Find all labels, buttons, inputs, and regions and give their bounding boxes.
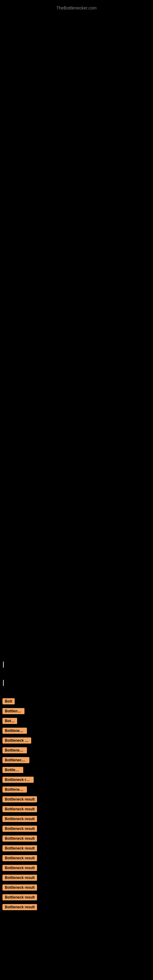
results-container: BottBottleneckBottleBottleneck rBottlene… bbox=[0, 698, 153, 914]
list-item: Bottleneck re bbox=[0, 757, 153, 764]
list-item: Bottleneck result bbox=[0, 904, 153, 912]
list-item: Bottleneck result bbox=[0, 835, 153, 843]
list-item: Bottlenec bbox=[0, 767, 153, 774]
list-item: Bottleneck r bbox=[0, 786, 153, 794]
list-item: Bottleneck resu bbox=[0, 776, 153, 784]
result-badge[interactable]: Bottleneck result bbox=[2, 826, 37, 832]
list-item: Bott bbox=[0, 698, 153, 706]
cursor-line-2 bbox=[3, 680, 4, 686]
result-badge[interactable]: Bott bbox=[2, 698, 15, 705]
list-item: Bottleneck result bbox=[0, 816, 153, 823]
list-item: Bottleneck result bbox=[0, 885, 153, 892]
site-title: TheBottlenecker.com bbox=[0, 2, 153, 13]
result-badge[interactable]: Bottleneck r bbox=[2, 747, 27, 753]
result-badge[interactable]: Bottleneck result bbox=[2, 885, 37, 891]
list-item: Bottleneck r bbox=[0, 728, 153, 735]
result-badge[interactable]: Bottleneck result bbox=[2, 855, 37, 861]
result-badge[interactable]: Bottle bbox=[2, 718, 17, 724]
result-badge[interactable]: Bottleneck resu bbox=[2, 776, 33, 783]
list-item: Bottleneck result bbox=[0, 875, 153, 882]
result-badge[interactable]: Bottleneck result bbox=[2, 806, 37, 812]
cursor-line-1 bbox=[3, 662, 4, 668]
result-badge[interactable]: Bottleneck result bbox=[2, 875, 37, 881]
result-badge[interactable]: Bottleneck result bbox=[2, 796, 37, 802]
list-item: Bottleneck result bbox=[0, 894, 153, 902]
result-badge[interactable]: Bottleneck r bbox=[2, 728, 27, 734]
result-badge[interactable]: Bottleneck bbox=[2, 708, 24, 714]
list-item: Bottleneck result bbox=[0, 855, 153, 862]
list-item: Bottle bbox=[0, 718, 153, 725]
main-section bbox=[0, 0, 153, 692]
result-badge[interactable]: Bottleneck result bbox=[2, 894, 37, 900]
list-item: Bottleneck result bbox=[0, 796, 153, 803]
list-item: Bottleneck result bbox=[0, 826, 153, 833]
result-badge[interactable]: Bottleneck result bbox=[2, 845, 37, 851]
list-item: Bottleneck result bbox=[0, 845, 153, 853]
list-item: Bottleneck result bbox=[0, 806, 153, 813]
list-item: Bottleneck bbox=[0, 708, 153, 715]
result-badge[interactable]: Bottleneck result bbox=[2, 816, 37, 822]
result-badge[interactable]: Bottlenec bbox=[2, 767, 23, 773]
result-badge[interactable]: Bottleneck res bbox=[2, 737, 31, 744]
result-badge[interactable]: Bottleneck result bbox=[2, 865, 37, 871]
result-badge[interactable]: Bottleneck result bbox=[2, 835, 37, 842]
result-badge[interactable]: Bottleneck result bbox=[2, 904, 37, 910]
list-item: Bottleneck r bbox=[0, 747, 153, 755]
list-item: Bottleneck result bbox=[0, 865, 153, 872]
result-badge[interactable]: Bottleneck re bbox=[2, 757, 29, 763]
list-item: Bottleneck res bbox=[0, 737, 153, 745]
result-badge[interactable]: Bottleneck r bbox=[2, 786, 27, 792]
